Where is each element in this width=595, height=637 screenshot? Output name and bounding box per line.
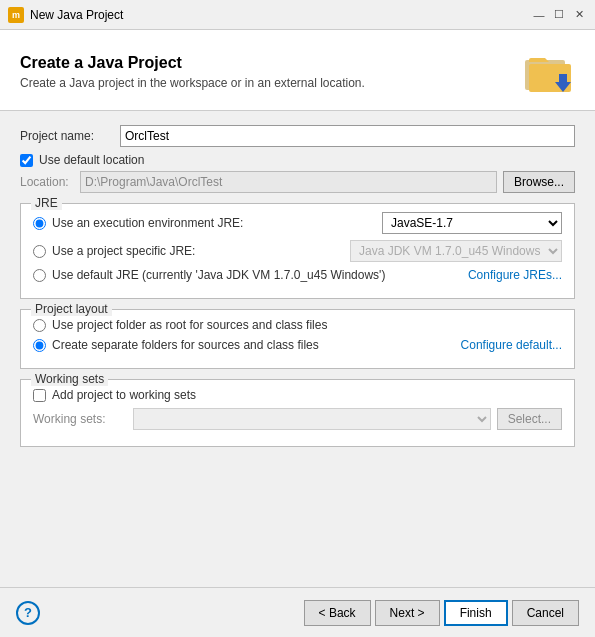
layout-separate-label[interactable]: Create separate folders for sources and … xyxy=(52,338,461,352)
working-sets-select-row: Working sets: Select... xyxy=(33,408,562,430)
jre-env-radio[interactable] xyxy=(33,217,46,230)
back-button[interactable]: < Back xyxy=(304,600,371,626)
jre-specific-radio[interactable] xyxy=(33,245,46,258)
add-to-working-sets-label[interactable]: Add project to working sets xyxy=(52,388,196,402)
title-bar: m New Java Project — ☐ ✕ xyxy=(0,0,595,30)
configure-default-link[interactable]: Configure default... xyxy=(461,338,562,352)
jre-env-select-wrapper: JavaSE-1.7 JavaSE-1.6 JavaSE-1.8 xyxy=(382,212,562,234)
working-sets-select-button: Select... xyxy=(497,408,562,430)
use-default-location-label[interactable]: Use default location xyxy=(39,153,144,167)
working-sets-section: Working sets Add project to working sets… xyxy=(20,379,575,447)
location-input xyxy=(80,171,497,193)
configure-jres-wrapper: Configure JREs... xyxy=(468,268,562,282)
configure-jres-link[interactable]: Configure JREs... xyxy=(468,268,562,282)
layout-radio2-row: Create separate folders for sources and … xyxy=(33,338,562,352)
project-layout-section: Project layout Use project folder as roo… xyxy=(20,309,575,369)
location-label: Location: xyxy=(20,175,80,189)
project-layout-title: Project layout xyxy=(31,302,112,316)
working-sets-select xyxy=(133,408,491,430)
use-default-location-row: Use default location xyxy=(20,153,575,167)
project-name-label: Project name: xyxy=(20,129,120,143)
browse-button[interactable]: Browse... xyxy=(503,171,575,193)
window-controls[interactable]: — ☐ ✕ xyxy=(531,7,587,23)
jre-specific-select[interactable]: Java JDK VM 1.7.0_u45 Windows xyxy=(350,240,562,262)
close-button[interactable]: ✕ xyxy=(571,7,587,23)
dialog-subtitle: Create a Java project in the workspace o… xyxy=(20,76,523,90)
project-name-input[interactable] xyxy=(120,125,575,147)
cancel-button[interactable]: Cancel xyxy=(512,600,579,626)
location-row: Location: Browse... xyxy=(20,171,575,193)
use-default-location-checkbox[interactable] xyxy=(20,154,33,167)
svg-text:m: m xyxy=(12,10,20,20)
main-content: Project name: Use default location Locat… xyxy=(0,111,595,587)
configure-default-wrapper: Configure default... xyxy=(461,338,562,352)
maximize-button[interactable]: ☐ xyxy=(551,7,567,23)
layout-single-label[interactable]: Use project folder as root for sources a… xyxy=(52,318,562,332)
finish-button[interactable]: Finish xyxy=(444,600,508,626)
header-icon xyxy=(523,46,575,98)
layout-separate-radio[interactable] xyxy=(33,339,46,352)
add-to-working-sets-checkbox[interactable] xyxy=(33,389,46,402)
jre-specific-select-wrapper: Java JDK VM 1.7.0_u45 Windows xyxy=(350,240,562,262)
jre-radio1-row: Use an execution environment JRE: JavaSE… xyxy=(33,212,562,234)
window-title: New Java Project xyxy=(30,8,531,22)
jre-env-label[interactable]: Use an execution environment JRE: xyxy=(52,216,243,230)
minimize-button[interactable]: — xyxy=(531,7,547,23)
working-sets-label: Working sets: xyxy=(33,412,133,426)
jre-env-select[interactable]: JavaSE-1.7 JavaSE-1.6 JavaSE-1.8 xyxy=(382,212,562,234)
jre-specific-label[interactable]: Use a project specific JRE: xyxy=(52,244,195,258)
jre-section-title: JRE xyxy=(31,196,62,210)
jre-section: JRE Use an execution environment JRE: Ja… xyxy=(20,203,575,299)
layout-single-radio[interactable] xyxy=(33,319,46,332)
jre-radio3-row: Use default JRE (currently 'Java JDK VM … xyxy=(33,268,562,282)
jre-default-radio[interactable] xyxy=(33,269,46,282)
layout-radio1-row: Use project folder as root for sources a… xyxy=(33,318,562,332)
jre-radio2-row: Use a project specific JRE: Java JDK VM … xyxy=(33,240,562,262)
header-text-area: Create a Java Project Create a Java proj… xyxy=(20,54,523,90)
project-name-row: Project name: xyxy=(20,125,575,147)
working-sets-title: Working sets xyxy=(31,372,108,386)
add-to-working-sets-row: Add project to working sets xyxy=(33,388,562,402)
app-icon: m xyxy=(8,7,24,23)
dialog-header: Create a Java Project Create a Java proj… xyxy=(0,30,595,111)
jre-default-label[interactable]: Use default JRE (currently 'Java JDK VM … xyxy=(52,268,468,282)
dialog-title: Create a Java Project xyxy=(20,54,523,72)
button-bar: ? < Back Next > Finish Cancel xyxy=(0,587,595,637)
next-button[interactable]: Next > xyxy=(375,600,440,626)
help-button[interactable]: ? xyxy=(16,601,40,625)
